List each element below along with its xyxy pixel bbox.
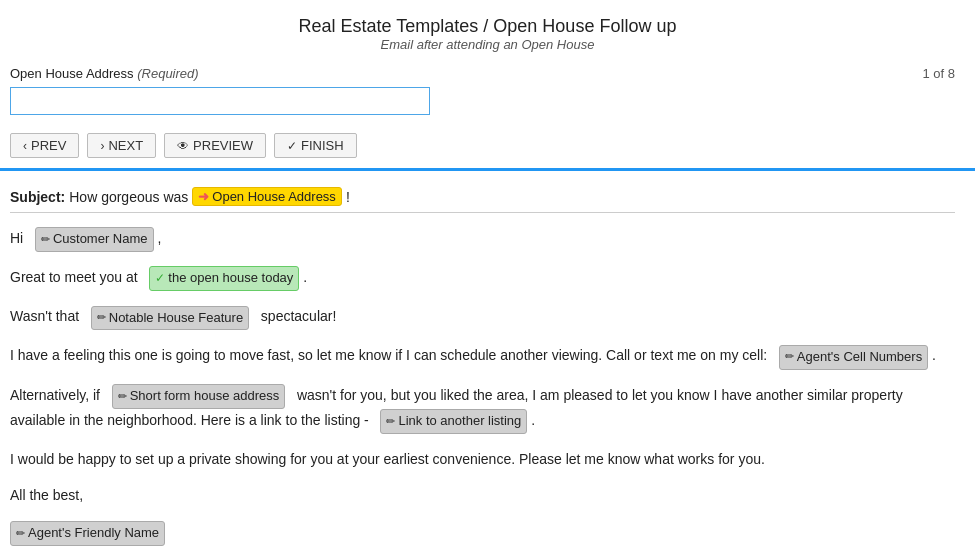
para3: I have a feeling this one is going to mo… (10, 344, 955, 369)
pencil-icon-2: ✏ (97, 309, 106, 327)
page-subtitle: Email after attending an Open House (0, 37, 975, 52)
short-address-tag[interactable]: ✏ Short form house address (112, 384, 286, 409)
preview-button[interactable]: 👁 PREVIEW (164, 133, 266, 158)
eye-icon: 👁 (177, 139, 189, 153)
para2-suffix: spectacular! (261, 308, 336, 324)
field-label: Open House Address (Required) (10, 66, 199, 81)
para2-prefix: Wasn't that (10, 308, 79, 324)
pencil-icon-3: ✏ (785, 348, 794, 366)
arrow-icon: ➜ (198, 189, 209, 204)
para6: All the best, (10, 484, 955, 506)
para1-suffix: . (303, 269, 307, 285)
greeting-para: Hi ✏ Customer Name , (10, 227, 955, 252)
checkmark-icon: ✓ (155, 269, 165, 288)
para4-prefix: Alternatively, if (10, 387, 100, 403)
agent-name-tag[interactable]: ✏ Agent's Friendly Name (10, 521, 165, 546)
greeting-prefix: Hi (10, 230, 23, 246)
finish-button[interactable]: ✓ FINISH (274, 133, 357, 158)
page-header: Real Estate Templates / Open House Follo… (0, 0, 975, 56)
customer-name-tag[interactable]: ✏ Customer Name (35, 227, 154, 252)
open-house-address-input[interactable] (10, 87, 430, 115)
subject-label: Subject: (10, 189, 65, 205)
link-listing-tag[interactable]: ✏ Link to another listing (380, 409, 527, 434)
next-button[interactable]: › NEXT (87, 133, 156, 158)
notable-feature-tag[interactable]: ✏ Notable House Feature (91, 306, 249, 331)
prev-button[interactable]: ‹ PREV (10, 133, 79, 158)
cell-numbers-tag[interactable]: ✏ Agent's Cell Numbers (779, 345, 928, 370)
open-house-today-tag[interactable]: ✓ the open house today (149, 266, 299, 291)
open-house-address-tag[interactable]: ➜ Open House Address (192, 187, 342, 206)
next-icon: › (100, 139, 104, 153)
subject-line: Subject: How gorgeous was ➜ Open House A… (10, 187, 955, 213)
field-row: Open House Address (Required) 1 of 8 (10, 66, 955, 81)
form-section: Open House Address (Required) 1 of 8 (0, 56, 975, 125)
pencil-icon-4: ✏ (118, 388, 127, 406)
para4: Alternatively, if ✏ Short form house add… (10, 384, 955, 434)
page-title: Real Estate Templates / Open House Follo… (0, 16, 975, 37)
para1-prefix: Great to meet you at (10, 269, 138, 285)
prev-icon: ‹ (23, 139, 27, 153)
pencil-icon-6: ✏ (16, 525, 25, 543)
subject-prefix: How gorgeous was (69, 189, 188, 205)
check-icon: ✓ (287, 139, 297, 153)
email-body: Subject: How gorgeous was ➜ Open House A… (0, 171, 975, 555)
subject-suffix: ! (346, 189, 350, 205)
agent-name-para: ✏ Agent's Friendly Name (10, 521, 955, 546)
pencil-icon-5: ✏ (386, 413, 395, 431)
para1: Great to meet you at ✓ the open house to… (10, 266, 955, 291)
button-row: ‹ PREV › NEXT 👁 PREVIEW ✓ FINISH (0, 125, 975, 168)
pencil-icon: ✏ (41, 231, 50, 249)
para2: Wasn't that ✏ Notable House Feature spec… (10, 305, 955, 330)
field-counter: 1 of 8 (922, 66, 955, 81)
para5: I would be happy to set up a private sho… (10, 448, 955, 470)
